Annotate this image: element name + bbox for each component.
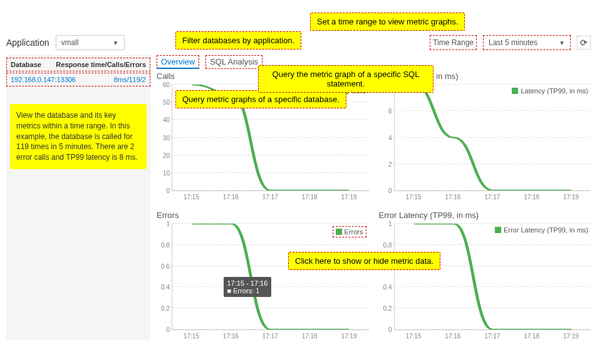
x-tick: 17:17 (251, 194, 290, 200)
x-tick: 17:16 (433, 333, 472, 340)
col-database: Database (11, 61, 56, 68)
chevron-down-icon: ▼ (113, 39, 119, 46)
legend-label: Latency (TP99, in ms) (521, 87, 588, 95)
x-tick: 17:15 (172, 333, 211, 340)
y-tick: 60 (163, 81, 172, 88)
x-tick: 17:15 (172, 194, 211, 200)
x-ticks: 17:1517:1617:1717:1817:19 (172, 194, 369, 200)
y-tick: 0.6 (161, 263, 172, 269)
legend-label: Error Latency (TP99, in ms) (504, 226, 588, 234)
y-tick: 0.4 (383, 284, 395, 291)
sidebar-note: View the database and its key metrics wi… (10, 104, 147, 169)
y-tick: 0.4 (161, 284, 172, 291)
sidebar-header: Database Response time/Calls/Errors (6, 58, 150, 71)
y-tick: 0 (388, 187, 395, 194)
y-tick: 10 (163, 169, 172, 176)
chart-plot: 00.20.40.60.81Error Latency (TP99, in ms… (394, 224, 591, 330)
database-link[interactable]: 192.168.0.147:13306 (11, 76, 114, 83)
y-tick: 0.2 (161, 305, 172, 312)
y-tick: 0 (166, 187, 172, 194)
x-ticks: 17:1517:1617:1717:1817:19 (172, 333, 369, 340)
chart-plot: 02468Latency (TP99, in ms) (394, 85, 591, 191)
x-tick: 17:18 (512, 194, 551, 200)
charts-grid: Calls0102030405060Calls17:1517:1617:1717… (157, 71, 591, 340)
legend-swatch-icon (512, 88, 518, 94)
y-tick: 0.8 (383, 241, 395, 248)
x-tick: 17:19 (330, 333, 369, 340)
legend-swatch-icon (336, 229, 342, 235)
database-metrics: 8ms/119/2 (114, 76, 146, 83)
x-tick: 17:19 (551, 194, 591, 200)
y-tick: 4 (388, 134, 395, 141)
chart-title: Errors (157, 211, 369, 220)
sidebar: Database Response time/Calls/Errors 192.… (6, 55, 150, 340)
callout-sql: Query the metric graph of a specific SQL… (258, 65, 433, 93)
x-tick: 17:17 (472, 333, 512, 340)
application-value: vmall (61, 38, 79, 47)
y-tick: 0 (388, 326, 395, 333)
callout-overview: Query metric graphs of a specific databa… (175, 90, 346, 108)
x-tick: 17:16 (211, 194, 251, 200)
x-tick: 17:18 (290, 333, 330, 340)
legend-swatch-icon (495, 227, 501, 233)
y-tick: 30 (163, 134, 172, 141)
x-ticks: 17:1517:1617:1717:1817:19 (394, 333, 591, 340)
x-tick: 17:19 (330, 194, 369, 200)
application-select[interactable]: vmall ▼ (56, 35, 125, 50)
y-tick: 1 (166, 221, 172, 227)
time-range-value: Last 5 minutes (489, 38, 537, 47)
chart-legend[interactable]: Error Latency (TP99, in ms) (495, 226, 588, 234)
application-label: Application (6, 38, 49, 48)
y-tick: 0.8 (161, 241, 172, 248)
chart-3: Error Latency (TP99, in ms)00.20.40.60.8… (379, 211, 591, 340)
x-tick: 17:17 (472, 194, 512, 200)
callout-legend: Click here to show or hide metric data. (288, 252, 440, 270)
y-tick: 0.2 (383, 305, 395, 312)
x-tick: 17:18 (512, 333, 551, 340)
x-ticks: 17:1517:1617:1717:1817:19 (394, 194, 591, 200)
time-range-select[interactable]: Last 5 minutes ▼ (483, 35, 571, 50)
y-tick: 20 (163, 152, 172, 159)
chevron-down-icon: ▼ (559, 39, 565, 46)
callout-timerange: Set a time range to view metric graphs. (310, 13, 465, 31)
y-tick: 40 (163, 117, 172, 123)
x-tick: 17:16 (433, 194, 472, 200)
y-tick: 50 (163, 99, 172, 106)
x-tick: 17:19 (551, 333, 591, 340)
time-range-label: Time Range (430, 35, 477, 50)
x-tick: 17:15 (394, 333, 433, 340)
chart-plot: 00.20.40.60.81Errors17:15 - 17:16■ Error… (172, 224, 369, 330)
chart-title: Error Latency (TP99, in ms) (379, 211, 591, 220)
tab-sql-analysis[interactable]: SQL Analysis (205, 55, 262, 69)
x-tick: 17:17 (251, 333, 290, 340)
y-tick: 1 (388, 221, 395, 227)
chart-legend[interactable]: Latency (TP99, in ms) (512, 87, 588, 95)
refresh-icon[interactable]: ⟳ (577, 36, 591, 49)
y-tick: 0 (166, 326, 172, 333)
chart-line (395, 224, 591, 330)
legend-label: Errors (345, 228, 363, 236)
chart-tooltip: 17:15 - 17:16■ Errors: 1 (224, 277, 272, 297)
tab-overview[interactable]: Overview (157, 55, 199, 69)
x-tick: 17:15 (394, 194, 433, 200)
sidebar-row[interactable]: 192.168.0.147:13306 8ms/119/2 (6, 73, 150, 86)
col-metrics: Response time/Calls/Errors (56, 61, 146, 68)
x-tick: 17:18 (290, 194, 330, 200)
y-tick: 2 (388, 160, 395, 167)
chart-line (395, 85, 591, 190)
callout-filter: Filter databases by application. (175, 31, 301, 49)
chart-2: Errors00.20.40.60.81Errors17:15 - 17:16■… (157, 211, 369, 340)
y-tick: 6 (388, 108, 395, 115)
x-tick: 17:16 (211, 333, 251, 340)
chart-legend[interactable]: Errors (333, 226, 366, 237)
